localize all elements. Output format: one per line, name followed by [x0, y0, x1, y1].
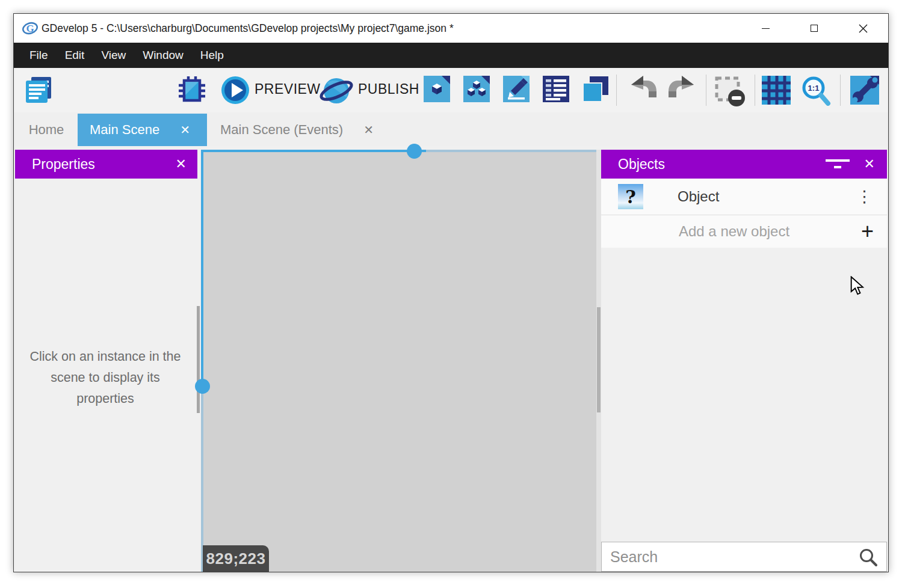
- filter-icon[interactable]: [826, 159, 850, 169]
- toolbar: PREVIEW PUBLISH: [14, 68, 888, 112]
- edit-scene-properties-icon[interactable]: [503, 76, 530, 102]
- menu-window[interactable]: Window: [134, 43, 192, 68]
- gdevelop-logo-icon: G: [22, 20, 38, 36]
- edit-events-icon[interactable]: [543, 76, 569, 102]
- tab-home[interactable]: Home: [15, 114, 78, 146]
- preview-play-icon[interactable]: [221, 76, 250, 105]
- menu-help[interactable]: Help: [192, 43, 232, 68]
- grid-icon[interactable]: [762, 76, 791, 105]
- properties-panel-header: Properties ✕: [15, 150, 197, 179]
- title-bar[interactable]: G GDevelop 5 - C:\Users\charburg\Documen…: [14, 14, 888, 43]
- canvas-border-left: [201, 150, 203, 385]
- objects-list: ? Object ⋮ Add a new object +: [601, 179, 887, 248]
- tab-bar: Home Main Scene ✕ Main Scene (Events) ✕: [14, 112, 888, 146]
- edit-scene-icon[interactable]: [424, 76, 450, 102]
- plus-icon[interactable]: +: [861, 221, 874, 242]
- main-area: Properties ✕ Click on an instance in the…: [14, 146, 888, 572]
- window-title: GDevelop 5 - C:\Users\charburg\Documents…: [42, 14, 454, 43]
- publish-globe-icon[interactable]: [320, 76, 353, 106]
- toolbar-separator: [840, 75, 841, 106]
- gdevelop-window: G GDevelop 5 - C:\Users\charburg\Documen…: [13, 13, 889, 572]
- tab-close-icon[interactable]: ✕: [363, 123, 374, 137]
- properties-empty-message: Click on an instance in the scene to dis…: [27, 346, 184, 409]
- object-search-box: [601, 542, 887, 572]
- object-name: Object: [678, 188, 719, 205]
- tab-main-scene-events[interactable]: Main Scene (Events) ✕: [207, 114, 396, 146]
- publish-label: PUBLISH: [358, 81, 419, 97]
- menu-view[interactable]: View: [93, 43, 134, 68]
- redo-icon[interactable]: [667, 76, 695, 99]
- svg-text:G: G: [26, 23, 34, 34]
- mouse-cursor: [850, 276, 865, 296]
- object-search-input[interactable]: [602, 542, 886, 571]
- properties-scrollbar[interactable]: [197, 306, 200, 413]
- unknown-object-icon: ?: [618, 184, 643, 209]
- debug-icon[interactable]: [178, 76, 206, 105]
- object-list-item[interactable]: ? Object ⋮: [601, 179, 887, 215]
- toolbar-separator: [616, 75, 617, 106]
- preview-label: PREVIEW: [255, 81, 321, 97]
- canvas-border-top: [201, 150, 426, 152]
- add-object-row[interactable]: Add a new object +: [601, 215, 887, 248]
- menu-bar: File Edit View Window Help: [14, 43, 888, 68]
- canvas-border-top-light: [426, 150, 596, 152]
- canvas-border-left-light: [201, 385, 203, 572]
- mask-icon[interactable]: [714, 76, 747, 108]
- add-object-label: Add a new object: [679, 223, 789, 240]
- objects-panel: Objects ✕ ? Object ⋮ Add a new object +: [601, 150, 887, 572]
- scene-canvas[interactable]: 829;223: [201, 150, 596, 572]
- preview-button[interactable]: PREVIEW: [255, 81, 321, 97]
- svg-text:1:1: 1:1: [808, 84, 820, 93]
- toolbar-separator: [706, 75, 706, 106]
- search-icon[interactable]: [859, 548, 878, 567]
- close-button-icon[interactable]: [845, 14, 881, 43]
- maximize-button-icon[interactable]: [796, 14, 832, 43]
- settings-wrench-icon[interactable]: [850, 76, 879, 105]
- menu-file[interactable]: File: [21, 43, 57, 68]
- edit-objects-icon[interactable]: [463, 76, 490, 102]
- tab-main-scene[interactable]: Main Scene ✕: [78, 114, 207, 146]
- object-menu-icon[interactable]: ⋮: [856, 187, 873, 206]
- zoom-1-1-icon[interactable]: 1:1: [801, 76, 831, 106]
- toolbar-separator: [755, 75, 755, 106]
- tab-close-icon[interactable]: ✕: [180, 123, 190, 137]
- minimize-button-icon[interactable]: [747, 14, 783, 43]
- project-manager-icon[interactable]: [23, 76, 54, 105]
- objects-close-icon[interactable]: ✕: [864, 156, 875, 172]
- publish-button[interactable]: PUBLISH: [358, 81, 419, 97]
- cursor-coordinates-badge: 829;223: [203, 545, 269, 572]
- properties-title: Properties: [32, 156, 95, 173]
- menu-edit[interactable]: Edit: [57, 43, 93, 68]
- layers-icon[interactable]: [582, 76, 609, 102]
- resize-handle-left[interactable]: [195, 379, 210, 394]
- canvas-scrollbar[interactable]: [597, 307, 601, 412]
- undo-icon[interactable]: [630, 76, 658, 99]
- objects-panel-header: Objects ✕: [601, 150, 887, 179]
- properties-close-icon[interactable]: ✕: [176, 156, 187, 172]
- objects-title: Objects: [618, 156, 665, 173]
- resize-handle-top[interactable]: [407, 144, 422, 159]
